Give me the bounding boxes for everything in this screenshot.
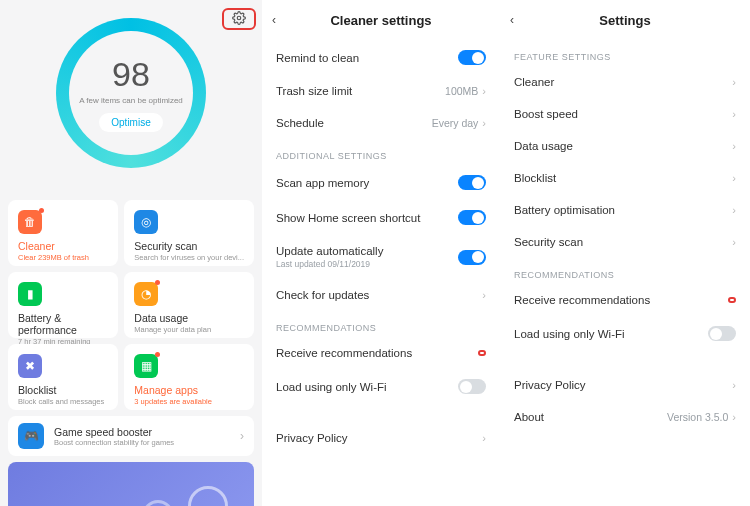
chevron-right-icon: › [732,411,736,423]
toggle-switch[interactable] [458,379,486,394]
row-label: Data usage [514,140,732,152]
toggle-switch[interactable] [458,50,486,65]
chevron-right-icon: › [732,172,736,184]
highlight-box [478,350,486,356]
row-value: Version 3.5.0 [667,411,728,423]
row-main-label: Update automatically [276,245,458,257]
row-sub-label: Last updated 09/11/2019 [276,259,458,269]
row-label: Remind to clean [276,52,458,64]
card-title: Blocklist [18,384,108,396]
card-subtitle: Search for viruses on your devi... [134,253,244,262]
wifi-only-row[interactable]: Load using only Wi-Fi [262,369,500,404]
settings-gear-highlight [222,8,256,30]
chevron-right-icon: › [732,76,736,88]
game-booster-card[interactable]: 🎮 Game speed booster Boost connection st… [8,416,254,456]
row-label: Blocklist [514,172,732,184]
card-subtitle: Manage your data plan [134,325,244,334]
toggle-switch[interactable] [458,175,486,190]
chevron-right-icon: › [732,236,736,248]
row-label: Load using only Wi-Fi [276,381,458,393]
schedule-row[interactable]: Schedule Every day › [262,107,500,139]
card-title: Game speed booster [54,426,230,438]
row-value: 100MB [445,85,478,97]
card-subtitle: Block calls and messages [18,397,108,406]
card-title: Security scan [134,240,244,252]
data-icon: ◔ [134,282,158,306]
chevron-right-icon: › [732,140,736,152]
battery-card[interactable]: ▮ Battery & performance 7 hr 37 min rema… [8,272,118,338]
scan-memory-row[interactable]: Scan app memory [262,165,500,200]
row-label: Privacy Policy [276,432,482,444]
card-title: Cleaner [18,240,108,252]
chevron-right-icon: › [482,85,486,97]
remind-to-clean-row[interactable]: Remind to clean [262,40,500,75]
row-label: Battery optimisation [514,204,732,216]
battery-icon: ▮ [18,282,42,306]
back-button[interactable]: ‹ [272,13,290,27]
toggle-switch[interactable] [458,250,486,265]
chevron-right-icon: › [732,379,736,391]
row-label: Security scan [514,236,732,248]
card-subtitle: Clear 239MB of trash [18,253,108,262]
about-row[interactable]: About Version 3.5.0 › [500,401,750,433]
toggle-switch[interactable] [708,326,736,341]
chevron-right-icon: › [732,204,736,216]
toggle-switch[interactable] [458,210,486,225]
boost-speed-row[interactable]: Boost speed › [500,98,750,130]
card-title: Manage apps [134,384,244,396]
row-label: Privacy Policy [514,379,732,391]
back-button[interactable]: ‹ [510,13,528,27]
security-scan-card[interactable]: ◎ Security scan Search for viruses on yo… [124,200,254,266]
chevron-right-icon: › [240,429,244,443]
row-label: Cleaner [514,76,732,88]
home-shortcut-row[interactable]: Show Home screen shortcut [262,200,500,235]
section-header-recommendations: RECOMMENDATIONS [500,258,750,284]
optimise-button[interactable]: Optimise [99,113,162,132]
highlight-box [728,297,736,303]
data-usage-row[interactable]: Data usage › [500,130,750,162]
row-label: Check for updates [276,289,482,301]
cleaner-card[interactable]: 🗑 Cleaner Clear 239MB of trash [8,200,118,266]
row-label: Schedule [276,117,432,129]
promo-banner[interactable] [8,462,254,506]
chevron-right-icon: › [482,432,486,444]
gear-icon[interactable] [232,11,246,28]
page-title: Cleaner settings [290,13,472,28]
blocklist-row[interactable]: Blocklist › [500,162,750,194]
update-auto-row[interactable]: Update automatically Last updated 09/11/… [262,235,500,279]
trash-icon: 🗑 [18,210,42,234]
row-label: Load using only Wi-Fi [514,328,708,340]
chevron-right-icon: › [482,117,486,129]
receive-recommendations-row[interactable]: Receive recommendations [262,337,500,369]
wifi-only-row[interactable]: Load using only Wi-Fi [500,316,750,351]
row-label: Update automatically Last updated 09/11/… [276,245,458,269]
row-label: Scan app memory [276,177,458,189]
shield-scan-icon: ◎ [134,210,158,234]
block-icon: ✖ [18,354,42,378]
section-header-feature: FEATURE SETTINGS [500,40,750,66]
row-label: Receive recommendations [514,294,728,306]
chevron-right-icon: › [482,289,486,301]
card-title: Data usage [134,312,244,324]
check-updates-row[interactable]: Check for updates › [262,279,500,311]
game-icon: 🎮 [18,423,44,449]
optimization-subtitle: A few items can be optimized [79,96,183,105]
row-label: Trash size limit [276,85,445,97]
privacy-policy-row[interactable]: Privacy Policy › [262,422,500,454]
trash-size-row[interactable]: Trash size limit 100MB › [262,75,500,107]
card-subtitle: Boost connection stability for games [54,438,230,447]
blocklist-card[interactable]: ✖ Blocklist Block calls and messages [8,344,118,410]
cleaner-row[interactable]: Cleaner › [500,66,750,98]
data-usage-card[interactable]: ◔ Data usage Manage your data plan [124,272,254,338]
apps-icon: ▦ [134,354,158,378]
svg-point-0 [237,16,241,20]
battery-row[interactable]: Battery optimisation › [500,194,750,226]
page-title: Settings [528,13,722,28]
receive-recommendations-row[interactable]: Receive recommendations [500,284,750,316]
security-scan-row[interactable]: Security scan › [500,226,750,258]
privacy-policy-row[interactable]: Privacy Policy › [500,369,750,401]
manage-apps-card[interactable]: ▦ Manage apps 3 updates are available [124,344,254,410]
optimization-score: 98 [112,55,150,94]
section-header-recommendations: RECOMMENDATIONS [262,311,500,337]
row-label: About [514,411,667,423]
